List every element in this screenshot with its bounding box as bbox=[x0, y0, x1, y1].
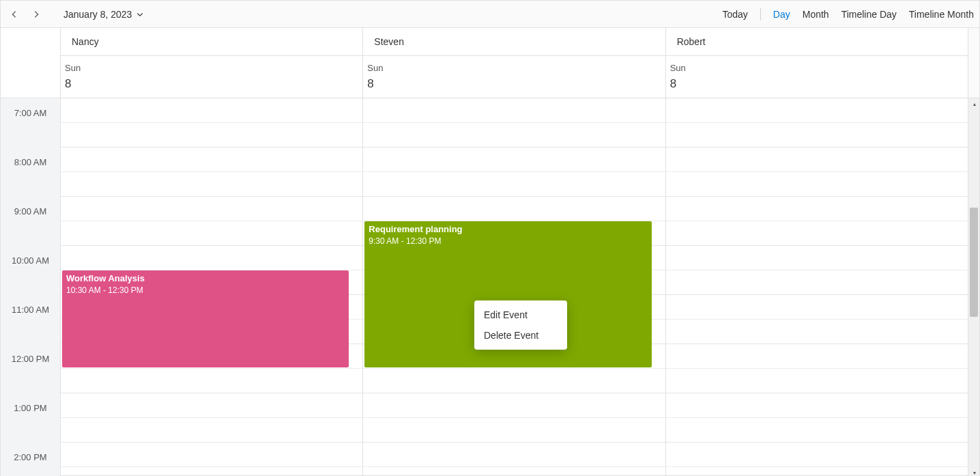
date-range-label: January 8, 2023 bbox=[63, 9, 132, 20]
time-cell[interactable] bbox=[61, 123, 362, 148]
scroll-gutter bbox=[968, 28, 979, 98]
time-cell[interactable] bbox=[61, 443, 362, 467]
time-cell[interactable] bbox=[666, 123, 968, 148]
time-cell[interactable] bbox=[61, 148, 362, 172]
context-menu: Edit Event Delete Event bbox=[474, 300, 567, 350]
appointment-workflow-analysis[interactable]: Workflow Analysis 10:30 AM - 12:30 PM bbox=[62, 270, 349, 367]
time-cell[interactable] bbox=[363, 393, 665, 418]
toolbar-right: Today Day Month Timeline Day Timeline Mo… bbox=[722, 8, 974, 20]
day-number[interactable]: 8 bbox=[669, 77, 965, 95]
time-cell[interactable] bbox=[666, 418, 968, 443]
view-month[interactable]: Month bbox=[803, 9, 829, 20]
prev-button[interactable] bbox=[6, 6, 23, 23]
day-name: Sun bbox=[669, 60, 965, 77]
time-cell[interactable] bbox=[666, 369, 968, 393]
day-number[interactable]: 8 bbox=[366, 77, 662, 95]
time-cell[interactable] bbox=[61, 98, 362, 123]
time-cell[interactable] bbox=[61, 197, 362, 221]
appointment-time: 10:30 AM - 12:30 PM bbox=[66, 285, 345, 295]
resource-header-nancy: Nancy Sun 8 bbox=[61, 28, 363, 98]
time-cell[interactable] bbox=[61, 221, 362, 246]
appointment-title: Requirement planning bbox=[369, 224, 647, 235]
time-label: 12:00 PM bbox=[1, 344, 60, 393]
separator bbox=[760, 8, 761, 20]
toolbar: January 8, 2023 Today Day Month Timeline… bbox=[1, 1, 979, 28]
time-cell[interactable] bbox=[363, 123, 665, 148]
time-gutter-header bbox=[1, 28, 61, 98]
time-cell[interactable] bbox=[666, 320, 968, 344]
time-label: 11:00 AM bbox=[1, 295, 60, 344]
time-cell[interactable] bbox=[666, 295, 968, 320]
time-label: 9:00 AM bbox=[1, 197, 60, 246]
resource-name: Robert bbox=[666, 28, 968, 56]
date-range-picker[interactable]: January 8, 2023 bbox=[63, 9, 144, 20]
time-cell[interactable] bbox=[363, 197, 665, 221]
time-cell[interactable] bbox=[666, 393, 968, 418]
time-cell[interactable] bbox=[666, 148, 968, 172]
time-cell[interactable] bbox=[61, 393, 362, 418]
vertical-scrollbar[interactable]: ▴ ▾ bbox=[968, 98, 979, 476]
time-cell[interactable] bbox=[363, 98, 665, 123]
time-cell[interactable] bbox=[363, 369, 665, 393]
today-button[interactable]: Today bbox=[722, 9, 747, 20]
chevron-down-icon bbox=[136, 10, 144, 18]
date-header: Sun 8 bbox=[61, 56, 362, 98]
time-label: 2:00 PM bbox=[1, 443, 60, 476]
chevron-right-icon bbox=[31, 10, 41, 19]
context-item-edit[interactable]: Edit Event bbox=[474, 305, 567, 325]
time-cell[interactable] bbox=[666, 443, 968, 467]
toolbar-left: January 8, 2023 bbox=[6, 6, 144, 23]
chevron-left-icon bbox=[10, 10, 19, 19]
time-cell[interactable] bbox=[61, 467, 362, 476]
resources-header: Nancy Sun 8 Steven Sun 8 Robert Sun 8 bbox=[61, 28, 968, 98]
grid-col-nancy[interactable]: Workflow Analysis 10:30 AM - 12:30 PM bbox=[61, 98, 363, 476]
time-gutter: 7:00 AM 8:00 AM 9:00 AM 10:00 AM 11:00 A… bbox=[1, 98, 61, 476]
resource-header-steven: Steven Sun 8 bbox=[363, 28, 665, 98]
time-label: 8:00 AM bbox=[1, 148, 60, 197]
next-button[interactable] bbox=[28, 6, 44, 23]
time-cell[interactable] bbox=[363, 467, 665, 476]
time-cell[interactable] bbox=[363, 172, 665, 197]
scroll-thumb[interactable] bbox=[970, 208, 978, 317]
time-cell[interactable] bbox=[666, 221, 968, 246]
appointment-title: Workflow Analysis bbox=[66, 273, 345, 284]
header-area: Nancy Sun 8 Steven Sun 8 Robert Sun 8 bbox=[1, 28, 979, 98]
body-area: 7:00 AM 8:00 AM 9:00 AM 10:00 AM 11:00 A… bbox=[1, 98, 979, 476]
time-cell[interactable] bbox=[666, 172, 968, 197]
grid-col-steven[interactable]: Requirement planning 9:30 AM - 12:30 PM bbox=[363, 98, 665, 476]
resource-header-robert: Robert Sun 8 bbox=[666, 28, 968, 98]
time-cell[interactable] bbox=[363, 148, 665, 172]
time-cell[interactable] bbox=[61, 172, 362, 197]
time-label: 7:00 AM bbox=[1, 98, 60, 148]
time-cell[interactable] bbox=[363, 418, 665, 443]
view-timeline-month[interactable]: Timeline Month bbox=[909, 9, 974, 20]
time-cell[interactable] bbox=[61, 246, 362, 270]
context-item-delete[interactable]: Delete Event bbox=[474, 325, 567, 346]
time-cell[interactable] bbox=[61, 369, 362, 393]
time-label: 1:00 PM bbox=[1, 393, 60, 443]
scroll-up-arrow[interactable]: ▴ bbox=[968, 98, 979, 110]
day-name: Sun bbox=[63, 60, 360, 77]
view-day[interactable]: Day bbox=[773, 9, 790, 20]
time-cell[interactable] bbox=[666, 270, 968, 295]
date-header: Sun 8 bbox=[666, 56, 968, 98]
grid: Workflow Analysis 10:30 AM - 12:30 PM Re… bbox=[61, 98, 968, 476]
day-number[interactable]: 8 bbox=[63, 77, 360, 95]
time-label: 10:00 AM bbox=[1, 246, 60, 295]
resource-name: Steven bbox=[363, 28, 665, 56]
appointment-time: 9:30 AM - 12:30 PM bbox=[369, 236, 647, 246]
time-cell[interactable] bbox=[666, 467, 968, 476]
scroll-down-arrow[interactable]: ▾ bbox=[968, 467, 979, 476]
time-cell[interactable] bbox=[666, 197, 968, 221]
date-header: Sun 8 bbox=[363, 56, 665, 98]
time-cell[interactable] bbox=[666, 344, 968, 369]
resource-name: Nancy bbox=[61, 28, 362, 56]
scheduler: January 8, 2023 Today Day Month Timeline… bbox=[0, 0, 980, 476]
time-cell[interactable] bbox=[363, 443, 665, 467]
grid-col-robert[interactable] bbox=[666, 98, 968, 476]
view-timeline-day[interactable]: Timeline Day bbox=[841, 9, 897, 20]
day-name: Sun bbox=[366, 60, 662, 77]
time-cell[interactable] bbox=[666, 246, 968, 270]
time-cell[interactable] bbox=[666, 98, 968, 123]
time-cell[interactable] bbox=[61, 418, 362, 443]
